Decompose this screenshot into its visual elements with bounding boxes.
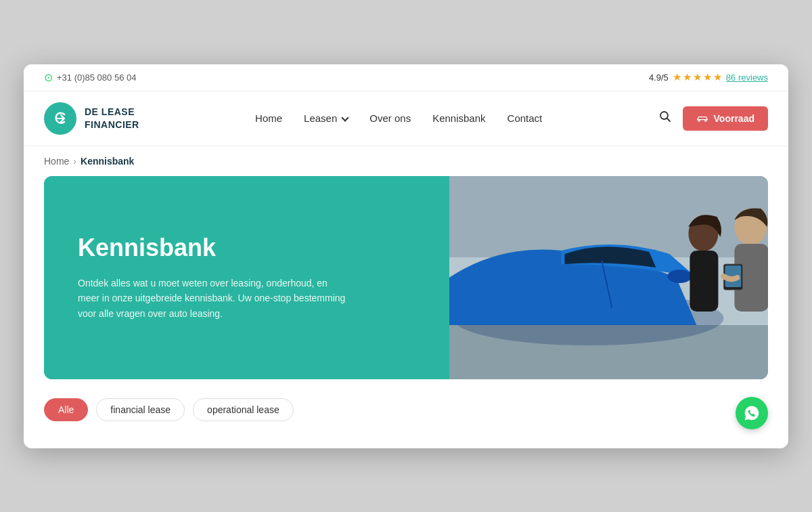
reviews-link[interactable]: 86 reviews bbox=[726, 72, 768, 83]
svg-point-7 bbox=[668, 270, 692, 283]
whatsapp-icon bbox=[743, 404, 761, 422]
logo-line1: DE LEASE bbox=[85, 106, 139, 118]
star-rating: ★ ★ ★ ★ ★ bbox=[673, 71, 722, 83]
nav-home[interactable]: Home bbox=[255, 112, 282, 124]
main-nav: Home Leasen Over ons Kennisbank Contact bbox=[255, 112, 542, 124]
svg-rect-9 bbox=[690, 251, 719, 312]
star-5: ★ bbox=[713, 71, 722, 83]
rating-bar: 4.9/5 ★ ★ ★ ★ ★ 86 reviews bbox=[649, 71, 768, 83]
filter-operational-lease[interactable]: operational lease bbox=[193, 398, 294, 421]
car-icon bbox=[696, 114, 708, 123]
logo-text: DE LEASE FINANCIER bbox=[85, 106, 139, 130]
top-bar: ⊙ +31 (0)85 080 56 04 4.9/5 ★ ★ ★ ★ ★ 86… bbox=[24, 64, 788, 91]
filter-financial-lease[interactable]: financial lease bbox=[96, 398, 185, 421]
filter-alle[interactable]: Alle bbox=[44, 398, 88, 421]
nav-contact[interactable]: Contact bbox=[508, 112, 543, 124]
chevron-down-icon bbox=[342, 114, 349, 121]
voorraad-label: Voorraad bbox=[714, 113, 754, 124]
whatsapp-fab[interactable] bbox=[736, 397, 768, 429]
logo-svg bbox=[51, 109, 70, 128]
hero-left: Kennisbank Ontdek alles wat u moet weten… bbox=[44, 176, 449, 379]
logo-line2: FINANCIER bbox=[85, 119, 139, 131]
hero-image bbox=[449, 176, 768, 379]
search-button[interactable] bbox=[658, 110, 672, 127]
star-1: ★ bbox=[673, 71, 681, 83]
phone-bar: ⊙ +31 (0)85 080 56 04 bbox=[44, 71, 136, 84]
breadcrumb-home[interactable]: Home bbox=[44, 156, 69, 167]
breadcrumb: Home › Kennisbank bbox=[24, 146, 788, 176]
nav-over-ons[interactable]: Over ons bbox=[369, 112, 411, 124]
nav-actions: Voorraad bbox=[658, 106, 768, 131]
star-2: ★ bbox=[683, 71, 692, 83]
hero-title: Kennisbank bbox=[78, 234, 415, 262]
star-4: ★ bbox=[703, 71, 712, 83]
nav-leasen[interactable]: Leasen bbox=[304, 112, 348, 124]
search-icon bbox=[658, 110, 672, 123]
logo-icon bbox=[44, 102, 76, 135]
car-scene bbox=[449, 176, 768, 379]
hero-description: Ontdek alles wat u moet weten over leasi… bbox=[78, 276, 348, 321]
header: DE LEASE FINANCIER Home Leasen Over ons … bbox=[24, 91, 788, 146]
voorraad-button[interactable]: Voorraad bbox=[683, 106, 768, 131]
main-content: Kennisbank Ontdek alles wat u moet weten… bbox=[24, 176, 788, 448]
svg-line-1 bbox=[667, 119, 670, 122]
breadcrumb-current: Kennisbank bbox=[81, 156, 134, 167]
rating-score: 4.9/5 bbox=[649, 72, 669, 83]
breadcrumb-separator: › bbox=[73, 156, 76, 167]
phone-number: +31 (0)85 080 56 04 bbox=[57, 72, 136, 83]
whatsapp-icon: ⊙ bbox=[44, 71, 53, 84]
hero-banner: Kennisbank Ontdek alles wat u moet weten… bbox=[44, 176, 768, 379]
star-3: ★ bbox=[693, 71, 702, 83]
hero-svg bbox=[449, 176, 768, 379]
filter-section: Alle financial lease operational lease bbox=[24, 379, 788, 435]
nav-kennisbank[interactable]: Kennisbank bbox=[432, 112, 485, 124]
logo[interactable]: DE LEASE FINANCIER bbox=[44, 102, 139, 135]
